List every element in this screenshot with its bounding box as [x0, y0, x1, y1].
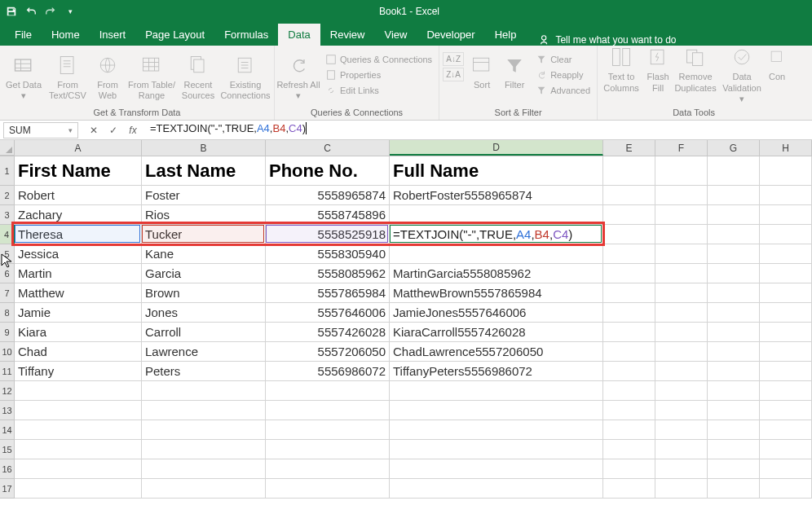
cell-C3[interactable]: 5558745896	[266, 205, 390, 225]
cell-E6[interactable]	[603, 264, 655, 283]
cell-G12[interactable]	[708, 381, 760, 401]
row-header-4[interactable]: 4	[0, 225, 15, 244]
cell-E11[interactable]	[603, 362, 655, 381]
cell-F10[interactable]	[655, 342, 708, 362]
sort-asc-button[interactable]: A↓Z	[443, 52, 464, 66]
cell-H10[interactable]	[760, 342, 812, 362]
row-header-7[interactable]: 7	[0, 283, 15, 303]
cell-F6[interactable]	[655, 264, 708, 283]
cell-F9[interactable]	[655, 323, 708, 342]
cell-A4[interactable]: Theresa	[15, 225, 142, 244]
cell-B4[interactable]: Tucker	[142, 225, 266, 244]
cell-H14[interactable]	[760, 420, 812, 440]
cell-H8[interactable]	[760, 303, 812, 323]
cell-C14[interactable]	[266, 420, 390, 440]
cell-A2[interactable]: Robert	[15, 186, 142, 205]
cell-H5[interactable]	[760, 244, 812, 264]
cell-D13[interactable]	[390, 401, 603, 420]
cell-C5[interactable]: 5558305940	[266, 244, 390, 264]
cell-B16[interactable]	[142, 459, 266, 479]
cell-B3[interactable]: Rios	[142, 205, 266, 225]
tab-help[interactable]: Help	[485, 24, 527, 46]
refresh-all-button[interactable]: Refresh All▾	[276, 51, 320, 103]
cell-H4[interactable]	[760, 225, 812, 244]
cell-H16[interactable]	[760, 459, 812, 479]
cell-B1[interactable]: Last Name	[142, 156, 266, 186]
cell-A6[interactable]: Martin	[15, 264, 142, 283]
cell-E8[interactable]	[603, 303, 655, 323]
cell-F4[interactable]	[655, 225, 708, 244]
clear-filter-button[interactable]: Clear	[532, 52, 594, 67]
cell-H1[interactable]	[760, 156, 812, 186]
cell-G13[interactable]	[708, 401, 760, 420]
cell-A16[interactable]	[15, 459, 142, 479]
cell-D10[interactable]: ChadLawrence5557206050	[390, 342, 603, 362]
cell-G6[interactable]	[708, 264, 760, 283]
cell-E15[interactable]	[603, 440, 655, 459]
remove-duplicates-button[interactable]: Remove Duplicates	[673, 42, 718, 94]
reapply-button[interactable]: Reapply	[532, 68, 594, 82]
cell-E17[interactable]	[603, 479, 655, 499]
cell-H15[interactable]	[760, 440, 812, 459]
cell-B13[interactable]	[142, 401, 266, 420]
cell-G8[interactable]	[708, 303, 760, 323]
row-header-11[interactable]: 11	[0, 362, 15, 381]
col-header-C[interactable]: C	[266, 140, 390, 156]
col-header-F[interactable]: F	[655, 140, 708, 156]
cell-F12[interactable]	[655, 381, 708, 401]
cell-B17[interactable]	[142, 479, 266, 499]
cell-C4[interactable]: 5558525918	[266, 225, 390, 244]
col-header-D[interactable]: D	[390, 140, 603, 156]
cell-A7[interactable]: Matthew	[15, 283, 142, 303]
cell-D3[interactable]	[390, 205, 603, 225]
select-all-corner[interactable]	[0, 140, 15, 156]
row-header-13[interactable]: 13	[0, 401, 15, 420]
cell-F16[interactable]	[655, 459, 708, 479]
filter-button[interactable]: Filter	[498, 51, 531, 92]
col-header-A[interactable]: A	[15, 140, 142, 156]
row-header-15[interactable]: 15	[0, 440, 15, 459]
cell-C17[interactable]	[266, 479, 390, 499]
cell-E12[interactable]	[603, 381, 655, 401]
cell-G9[interactable]	[708, 323, 760, 342]
cell-A11[interactable]: Tiffany	[15, 362, 142, 381]
cell-A5[interactable]: Jessica	[15, 244, 142, 264]
cell-E5[interactable]	[603, 244, 655, 264]
data-validation-button[interactable]: Data Validation▾	[718, 42, 766, 106]
cell-A12[interactable]	[15, 381, 142, 401]
cell-D11[interactable]: TiffanyPeters5556986072	[390, 362, 603, 381]
cell-B11[interactable]: Peters	[142, 362, 266, 381]
tab-formulas[interactable]: Formulas	[214, 24, 278, 46]
cell-H11[interactable]	[760, 362, 812, 381]
cell-G10[interactable]	[708, 342, 760, 362]
cell-C15[interactable]	[266, 440, 390, 459]
cell-F15[interactable]	[655, 440, 708, 459]
cell-B9[interactable]: Carroll	[142, 323, 266, 342]
cell-F14[interactable]	[655, 420, 708, 440]
col-header-B[interactable]: B	[142, 140, 266, 156]
cell-F11[interactable]	[655, 362, 708, 381]
cell-B6[interactable]: Garcia	[142, 264, 266, 283]
cell-C11[interactable]: 5556986072	[266, 362, 390, 381]
cell-H7[interactable]	[760, 283, 812, 303]
from-table-range-button[interactable]: From Table/ Range	[126, 51, 178, 103]
cell-D17[interactable]	[390, 479, 603, 499]
tab-data[interactable]: Data	[278, 24, 320, 46]
cell-E9[interactable]	[603, 323, 655, 342]
cell-A8[interactable]: Jamie	[15, 303, 142, 323]
cell-B5[interactable]: Kane	[142, 244, 266, 264]
existing-connections-button[interactable]: Existing Connections	[218, 51, 272, 103]
tab-page-layout[interactable]: Page Layout	[135, 24, 214, 46]
cell-G15[interactable]	[708, 440, 760, 459]
cell-D16[interactable]	[390, 459, 603, 479]
cell-C7[interactable]: 5557865984	[266, 283, 390, 303]
cell-C10[interactable]: 5557206050	[266, 342, 390, 362]
text-to-columns-button[interactable]: Text to Columns	[599, 42, 643, 94]
cell-F1[interactable]	[655, 156, 708, 186]
cell-E3[interactable]	[603, 205, 655, 225]
cell-A17[interactable]	[15, 479, 142, 499]
cell-H12[interactable]	[760, 381, 812, 401]
fx-icon[interactable]: fx	[127, 125, 139, 136]
cell-C1[interactable]: Phone No.	[266, 156, 390, 186]
consolidate-button[interactable]: Con	[766, 42, 788, 84]
